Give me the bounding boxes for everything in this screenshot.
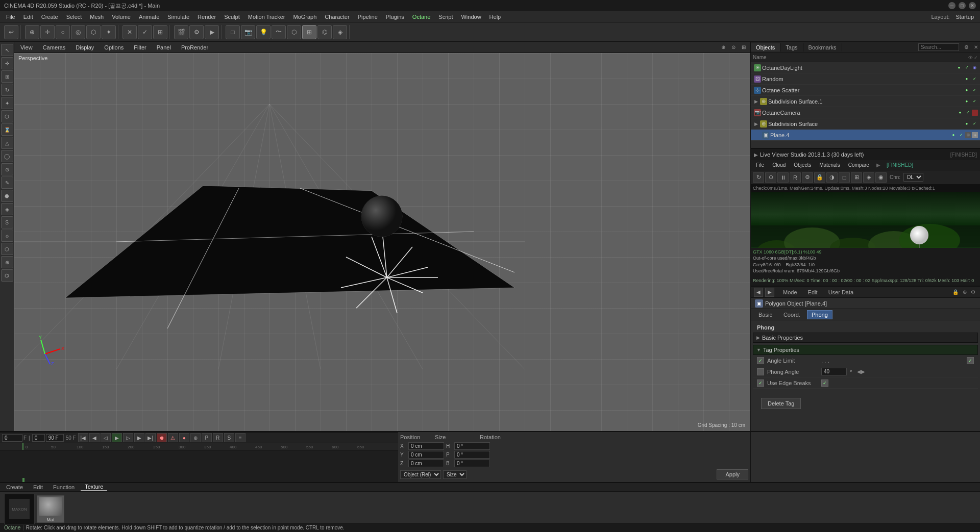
- phong-angle-input[interactable]: [821, 368, 847, 375]
- texture-mode[interactable]: ✓: [138, 25, 152, 39]
- current-frame-input[interactable]: [2, 434, 22, 442]
- props-nav-fwd[interactable]: ▶: [765, 288, 774, 297]
- oct-btn-pause[interactable]: ⏸: [777, 172, 789, 183]
- octane-expand-icon[interactable]: ▶: [754, 152, 758, 158]
- tl-playhead[interactable]: [22, 443, 23, 450]
- left-tool-move[interactable]: ✛: [1, 57, 13, 69]
- oct-btn-restart[interactable]: ↻: [753, 172, 764, 183]
- octane-menu-objects[interactable]: Objects: [791, 162, 814, 168]
- move-button[interactable]: ✛: [40, 25, 55, 39]
- tc-key-pos[interactable]: P: [202, 433, 212, 442]
- tc-key-param[interactable]: ≡: [235, 433, 246, 442]
- vis-icon-1[interactable]: ●: [955, 64, 963, 71]
- octane-menu-arrow[interactable]: ▶: [874, 162, 883, 168]
- rotate-button[interactable]: ◎: [71, 25, 85, 39]
- vp-tab-display[interactable]: Display: [71, 43, 98, 52]
- octane-menu-cloud[interactable]: Cloud: [769, 162, 789, 168]
- menu-select[interactable]: Select: [62, 13, 86, 21]
- array-button[interactable]: ⊞: [302, 25, 316, 39]
- octane-render-area[interactable]: [751, 192, 980, 248]
- snap-button[interactable]: ⊕: [25, 25, 39, 39]
- props-nav-back[interactable]: ◀: [754, 288, 763, 297]
- vp-tab-view[interactable]: View: [16, 43, 37, 52]
- tc-play-btn[interactable]: ▶: [112, 433, 122, 442]
- oct-btn-view2[interactable]: ⊞: [851, 172, 862, 183]
- menu-animate[interactable]: Animate: [135, 13, 163, 21]
- left-tool-11[interactable]: ◈: [1, 203, 13, 215]
- vis-icon-3[interactable]: ●: [963, 87, 970, 94]
- timeline-track[interactable]: 0 50 100 150 200 250 300 350 400 450 500…: [0, 443, 398, 482]
- tag-checker-7[interactable]: ⊞: [965, 132, 971, 138]
- menu-octane[interactable]: Octane: [408, 13, 434, 21]
- delete-tag-button[interactable]: Delete Tag: [761, 398, 801, 409]
- mat-tab-function[interactable]: Function: [49, 484, 79, 491]
- props-settings-icon[interactable]: ⚙: [969, 289, 977, 295]
- menu-window[interactable]: Window: [457, 13, 485, 21]
- y-input[interactable]: [408, 451, 444, 459]
- edge-breaks-check2[interactable]: ✓: [821, 379, 828, 387]
- oct-btn-view1[interactable]: □: [839, 172, 850, 183]
- vp-tab-cameras[interactable]: Cameras: [39, 43, 70, 52]
- tc-next-key[interactable]: ▷: [123, 433, 133, 442]
- edge-breaks-checkbox[interactable]: ✓: [757, 379, 764, 387]
- tc-key-all[interactable]: ⊕: [190, 433, 201, 442]
- vp-tab-panel[interactable]: Panel: [153, 43, 175, 52]
- check-icon-4[interactable]: ✓: [971, 98, 978, 105]
- obj-tab-bookmarks[interactable]: Bookmarks: [803, 43, 842, 52]
- tc-go-end[interactable]: ▶|: [145, 433, 156, 442]
- left-tool-4[interactable]: ⬡: [1, 110, 13, 122]
- check-icon-2[interactable]: ✓: [971, 75, 978, 83]
- obj-close-icon[interactable]: ✕: [972, 44, 980, 50]
- left-tool-13[interactable]: ⌾: [1, 230, 13, 242]
- vis-icon-4[interactable]: ●: [963, 98, 970, 105]
- mat-tab-texture[interactable]: Texture: [81, 483, 107, 491]
- oct-btn-settings[interactable]: ⚙: [802, 172, 813, 183]
- b-input[interactable]: [454, 460, 490, 467]
- left-tool-10[interactable]: ⬣: [1, 190, 13, 202]
- obj-arrow-subdivision[interactable]: ▶: [753, 121, 759, 127]
- props-tab-coord[interactable]: Coord.: [779, 310, 805, 319]
- check-icon-3[interactable]: ✓: [971, 87, 978, 94]
- props-section-tag-header[interactable]: ▼ Tag Properties: [753, 345, 978, 355]
- obj-row-random[interactable]: ⚄ Random ● ✓: [751, 73, 980, 85]
- spline-button[interactable]: 〜: [272, 25, 286, 39]
- vis-icon-2[interactable]: ●: [963, 75, 970, 83]
- left-tool-12[interactable]: S: [1, 216, 13, 229]
- angle-limit-checkbox[interactable]: ✓: [757, 357, 764, 364]
- phong-angle-checkbox[interactable]: [757, 368, 764, 375]
- vis-icon-6[interactable]: ●: [963, 120, 970, 128]
- octane-menu-file[interactable]: File: [753, 162, 767, 168]
- check-icon-7[interactable]: ✓: [958, 132, 965, 139]
- octane-menu-compare[interactable]: Compare: [845, 162, 872, 168]
- scene-button[interactable]: ◈: [333, 25, 347, 39]
- layout-selector[interactable]: Startup: [952, 13, 978, 21]
- z-input[interactable]: [408, 460, 444, 467]
- menu-file[interactable]: File: [2, 13, 19, 21]
- deformer-button[interactable]: ⌬: [317, 25, 332, 39]
- undo-button[interactable]: ↩: [4, 25, 18, 39]
- menu-edit[interactable]: Edit: [19, 13, 37, 21]
- vp-tab-options[interactable]: Options: [100, 43, 128, 52]
- left-tool-5[interactable]: ⌛: [1, 123, 13, 136]
- left-tool-cursor[interactable]: ↖: [1, 44, 13, 56]
- props-lock-icon[interactable]: 🔒: [951, 289, 960, 295]
- left-tool-rotate[interactable]: ↻: [1, 84, 13, 96]
- menu-render[interactable]: Render: [193, 13, 220, 21]
- props-tab-basic[interactable]: Basic: [754, 310, 777, 319]
- mat-item-mat[interactable]: Mat: [37, 495, 64, 523]
- global-button[interactable]: ✦: [102, 25, 116, 39]
- tc-prev-frame[interactable]: ◀: [89, 433, 100, 442]
- vp-tab-prorender[interactable]: ProRender: [177, 43, 212, 52]
- oct-btn-stop[interactable]: ⊙: [765, 172, 776, 183]
- render-icon-1[interactable]: ◉: [971, 64, 978, 71]
- menu-sculpt[interactable]: Sculpt: [220, 13, 244, 21]
- obj-tab-objects[interactable]: Objects: [751, 43, 780, 52]
- tc-next-frame[interactable]: ▶: [134, 433, 144, 442]
- model-mode[interactable]: ✕: [122, 25, 137, 39]
- props-nav-icon[interactable]: ⊕: [961, 289, 968, 295]
- axis-mode[interactable]: ⊞: [153, 25, 167, 39]
- render-settings[interactable]: ⚙: [189, 25, 204, 39]
- oct-btn-regions[interactable]: ◈: [863, 172, 874, 183]
- menu-motion-tracker[interactable]: Motion Tracker: [244, 13, 289, 21]
- obj-row-octanedaylight[interactable]: ☀ OctaneDayLight ● ✓ ◉: [751, 62, 980, 73]
